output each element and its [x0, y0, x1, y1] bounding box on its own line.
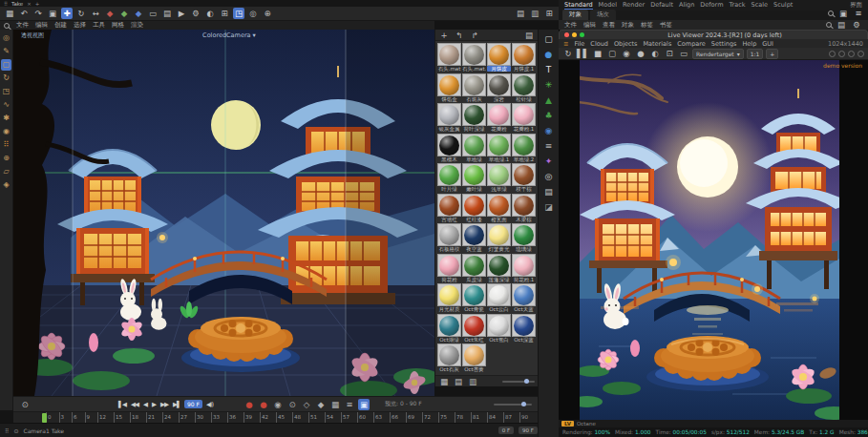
- material-thumbnail[interactable]: [437, 163, 461, 186]
- panel-icon[interactable]: ▣: [837, 8, 849, 19]
- toolbar-icon[interactable]: ↶: [18, 8, 30, 19]
- render-tool-icon[interactable]: ◉: [621, 48, 632, 59]
- tool-icon[interactable]: ↻: [1, 73, 11, 84]
- toolbar-icon[interactable]: ▣: [47, 8, 58, 19]
- material-thumbnail[interactable]: [512, 194, 536, 217]
- toolbar-icon[interactable]: ◐: [204, 8, 216, 19]
- material-item[interactable]: 石板格纹: [437, 223, 461, 253]
- material-thumbnail[interactable]: [462, 103, 486, 126]
- material-item[interactable]: 月饼皮: [487, 43, 511, 73]
- material-item[interactable]: 红柱漆: [462, 194, 486, 223]
- plugin-icon[interactable]: ●: [543, 49, 555, 60]
- search-icon[interactable]: [4, 23, 10, 29]
- layout-tab[interactable]: Track: [729, 1, 745, 10]
- material-item[interactable]: 银灰金属: [437, 103, 461, 133]
- material-item[interactable]: 琉璃绿: [512, 223, 536, 253]
- current-frame-field[interactable]: 90 F: [184, 400, 202, 408]
- viewport-canvas[interactable]: [13, 30, 434, 396]
- toolbar-icon[interactable]: ▦: [4, 8, 15, 19]
- material-item[interactable]: 饼馅金: [437, 73, 461, 103]
- material-item[interactable]: 嫩叶绿: [462, 163, 486, 193]
- material-thumbnail[interactable]: [462, 73, 486, 96]
- menu-item[interactable]: 创建: [54, 21, 67, 30]
- material-thumbnail[interactable]: [487, 223, 511, 246]
- menu-item[interactable]: 文件: [564, 21, 577, 30]
- transport-button[interactable]: ◀: [141, 400, 149, 409]
- render-tool-icon[interactable]: ↻: [562, 48, 574, 59]
- material-thumbnail[interactable]: [487, 73, 511, 96]
- menu-item[interactable]: 标签: [641, 21, 653, 30]
- minimize-window-icon[interactable]: [572, 32, 577, 37]
- search-icon[interactable]: [828, 10, 834, 16]
- menu-item[interactable]: 网格: [112, 21, 124, 30]
- viewport[interactable]: [13, 30, 434, 396]
- timeline-zoom-slider[interactable]: [494, 404, 532, 406]
- transport-button[interactable]: ▌◀: [116, 400, 128, 409]
- search-icon[interactable]: [826, 22, 832, 28]
- toolbar-icon[interactable]: ✚: [61, 8, 73, 19]
- transport-button[interactable]: ▶: [150, 400, 158, 409]
- material-item[interactable]: 月光材质: [437, 283, 461, 313]
- material-item[interactable]: 叶片绿: [437, 163, 461, 193]
- material-thumbnail[interactable]: [437, 43, 461, 66]
- key-icon[interactable]: ≡: [344, 399, 355, 410]
- material-item[interactable]: Oct天蓝: [512, 283, 536, 313]
- toolbar-icon[interactable]: ◆: [118, 8, 130, 19]
- toolbar-icon[interactable]: ◎: [247, 8, 259, 19]
- material-tool-icon[interactable]: +: [438, 30, 450, 41]
- add-take-icon[interactable]: +: [35, 1, 40, 7]
- material-item[interactable]: 草地绿: [462, 134, 486, 163]
- tool-icon[interactable]: ▱: [1, 166, 11, 177]
- plugin-icon[interactable]: T: [543, 64, 555, 75]
- material-item[interactable]: Oct雪白: [487, 314, 511, 343]
- material-item[interactable]: 花瓣粉: [487, 103, 511, 133]
- menu-item[interactable]: Objects: [614, 40, 638, 48]
- range-start-field[interactable]: 0 F: [498, 427, 514, 434]
- viewport-camera-label[interactable]: ColoredCamera ▾: [172, 31, 286, 39]
- menu-item[interactable]: Settings: [711, 40, 737, 48]
- tool-icon[interactable]: ∿: [1, 99, 11, 111]
- tool-icon[interactable]: ✎: [1, 46, 11, 57]
- material-item[interactable]: 木梁棕: [512, 194, 536, 223]
- material-thumbnail[interactable]: [462, 283, 486, 306]
- close-take-icon[interactable]: ×: [27, 1, 32, 7]
- key-icon[interactable]: ◇: [301, 399, 312, 410]
- material-item[interactable]: 莲蓬深绿: [487, 254, 511, 283]
- toolbar-icon[interactable]: ↻: [75, 8, 87, 19]
- tool-icon[interactable]: ✱: [1, 113, 11, 124]
- transport-button[interactable]: ▶▌: [171, 400, 182, 409]
- menu-item[interactable]: 渲染: [131, 21, 143, 30]
- material-item[interactable]: Oct朱红: [462, 314, 486, 343]
- menu-item[interactable]: File: [574, 40, 584, 48]
- material-item[interactable]: Oct石灰: [437, 343, 461, 373]
- thumbnail-size-slider[interactable]: [502, 381, 535, 383]
- layout-tab[interactable]: Standard: [564, 1, 593, 10]
- transport-button[interactable]: ▶▶: [159, 400, 170, 409]
- material-thumbnail[interactable]: [487, 43, 511, 66]
- menu-item[interactable]: 工具: [93, 21, 105, 30]
- toolbar-icon[interactable]: ↔: [90, 8, 101, 19]
- round-toggle-button[interactable]: [829, 51, 836, 57]
- toolbar-icon[interactable]: ◆: [133, 8, 144, 19]
- layout-tab[interactable]: Model: [599, 1, 618, 10]
- plugin-icon[interactable]: ♣: [543, 110, 555, 121]
- layout-icon[interactable]: ▤: [515, 8, 526, 19]
- render-tool-icon[interactable]: ▌▌: [577, 48, 589, 59]
- range-end-field[interactable]: 90 F: [519, 427, 538, 434]
- material-thumbnail[interactable]: [512, 134, 536, 156]
- material-thumbnail[interactable]: [462, 254, 486, 277]
- toolbar-icon[interactable]: ↷: [32, 8, 44, 19]
- material-thumbnail[interactable]: [512, 163, 536, 186]
- toolbar-icon[interactable]: ◳: [233, 8, 244, 19]
- tool-icon[interactable]: ◈: [1, 179, 11, 191]
- plugin-icon[interactable]: ▲: [543, 94, 555, 106]
- playhead[interactable]: [42, 413, 47, 423]
- material-thumbnail[interactable]: [487, 194, 511, 217]
- maximize-window-icon[interactable]: [580, 32, 584, 37]
- tool-icon[interactable]: ◳: [1, 86, 11, 97]
- plugin-icon[interactable]: ▢: [543, 33, 555, 45]
- material-item[interactable]: 石斑灰: [462, 73, 486, 103]
- menu-item[interactable]: GUI: [762, 40, 773, 48]
- round-toggle-button[interactable]: [838, 51, 845, 57]
- material-item[interactable]: 草地绿.2: [512, 134, 536, 163]
